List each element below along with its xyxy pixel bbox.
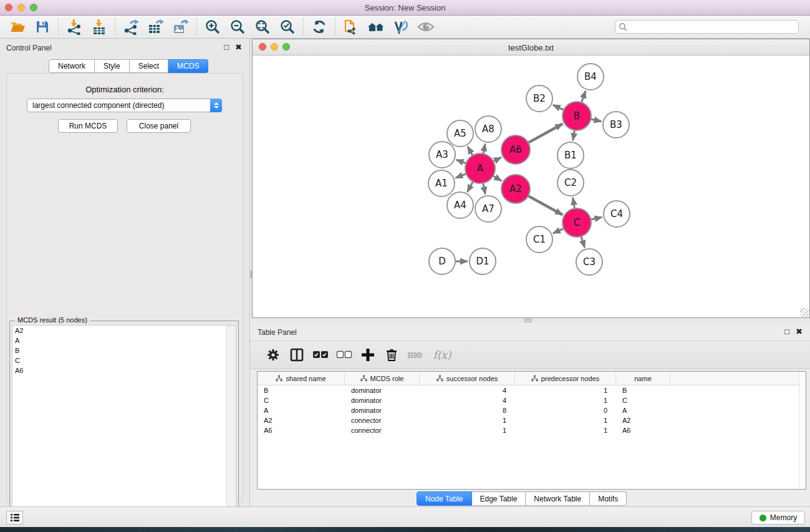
graph-edge-A-A7[interactable] — [483, 183, 486, 195]
table-cell[interactable]: A — [258, 405, 345, 415]
table-row[interactable]: A2connector11A2 — [258, 415, 806, 425]
table-cell[interactable]: dominator — [345, 385, 420, 395]
tab-style[interactable]: Style — [95, 59, 130, 73]
table-cell[interactable]: connector — [345, 415, 420, 425]
table-cell[interactable]: A2 — [258, 415, 345, 425]
table-cell[interactable]: connector — [345, 425, 420, 435]
table-cell[interactable]: 1 — [515, 395, 616, 405]
graph-edge-C-C2[interactable] — [573, 198, 575, 209]
graph-edge-A-A4[interactable] — [467, 181, 473, 192]
graph-edge-A6-B[interactable] — [528, 124, 562, 143]
table-cell[interactable]: 1 — [515, 425, 616, 435]
zoom-fit-icon[interactable] — [250, 17, 275, 37]
table-cell[interactable]: 1 — [515, 385, 616, 395]
graph-edge-A2-C[interactable] — [528, 196, 562, 215]
table-cell[interactable]: 4 — [420, 385, 515, 395]
table-cell[interactable]: B — [258, 385, 345, 395]
criterion-dropdown[interactable]: largest connected component (directed) — [27, 99, 222, 112]
mcds-result-item[interactable]: B — [12, 346, 236, 355]
mcds-result-item[interactable]: A6 — [12, 365, 236, 375]
tab-mcds[interactable]: MCDS — [168, 59, 208, 73]
export-network-icon[interactable] — [118, 17, 143, 37]
table-row[interactable]: Adominator80A — [258, 405, 806, 415]
save-session-icon[interactable] — [30, 17, 55, 37]
table-row[interactable]: Cdominator41C — [258, 395, 806, 405]
table-row[interactable]: Bdominator41B — [258, 385, 806, 395]
table-scrollbar[interactable] — [799, 372, 806, 489]
import-table-icon[interactable] — [87, 17, 112, 37]
graph-edge-B-B3[interactable] — [591, 119, 601, 122]
run-mcds-button[interactable]: Run MCDS — [58, 119, 118, 133]
open-file-icon[interactable] — [5, 17, 30, 37]
graph-edge-A-A3[interactable] — [456, 160, 466, 163]
table-cell[interactable]: A6 — [258, 425, 345, 435]
window-resize-grip[interactable] — [800, 308, 809, 317]
table-cell[interactable]: dominator — [345, 405, 420, 415]
search-input[interactable] — [615, 20, 799, 34]
vizmapper-icon[interactable] — [388, 17, 413, 37]
zoom-selected-icon[interactable] — [275, 17, 300, 37]
graph-edge-A-A6[interactable] — [493, 157, 501, 162]
table-cell[interactable]: B — [616, 385, 670, 395]
tab-select[interactable]: Select — [130, 59, 168, 73]
show-details-eye-icon[interactable] — [413, 17, 438, 37]
export-table-icon[interactable] — [143, 17, 168, 37]
column-header[interactable]: successor nodes — [420, 372, 515, 385]
column-header[interactable]: MCDS role — [345, 372, 420, 385]
delete-columns-trash-icon[interactable] — [380, 344, 403, 365]
graph-edge-A-A8[interactable] — [483, 144, 485, 154]
tab-motifs[interactable]: Motifs — [590, 491, 627, 506]
column-header[interactable]: predecessor nodes — [515, 372, 616, 385]
table-cell[interactable]: 1 — [515, 415, 616, 425]
zoom-in-icon[interactable] — [200, 17, 225, 37]
table-options-gear-icon[interactable] — [261, 344, 285, 365]
tab-edge-table[interactable]: Edge Table — [472, 491, 526, 506]
clone-network-icon[interactable] — [339, 17, 364, 37]
mcds-result-item[interactable]: A2 — [12, 326, 236, 336]
graph-edge-B-B4[interactable] — [582, 91, 586, 103]
tab-node-table[interactable]: Node Table — [417, 491, 472, 506]
select-all-columns-icon[interactable] — [309, 344, 332, 365]
table-cell[interactable]: A — [616, 405, 670, 415]
memory-button[interactable]: Memory — [751, 511, 805, 525]
split-panel-icon[interactable] — [285, 344, 309, 365]
close-table-panel-icon[interactable]: ✖ — [796, 327, 803, 336]
column-header[interactable]: shared name — [258, 372, 345, 385]
zoom-out-icon[interactable] — [225, 17, 250, 37]
graph-edge-B-B2[interactable] — [553, 105, 564, 110]
tab-network[interactable]: Network — [49, 59, 95, 73]
graph-edge-A-A1[interactable] — [455, 174, 466, 178]
close-panel-icon[interactable]: ✖ — [235, 42, 242, 52]
graph-edge-C-C3[interactable] — [581, 236, 585, 248]
import-network-icon[interactable] — [62, 17, 87, 37]
horizontal-splitter-grip[interactable] — [524, 319, 532, 322]
home-panels-icon[interactable] — [364, 17, 388, 37]
table-cell[interactable]: C — [258, 395, 345, 405]
graph-edge-B-B1[interactable] — [573, 130, 575, 141]
add-column-plus-icon[interactable] — [356, 344, 380, 365]
table-cell[interactable]: A6 — [616, 425, 670, 435]
network-canvas[interactable]: B4B2BB3A8A5A6A3B1AC2A1A2A4A7C4CC1C3DD1 — [253, 56, 809, 317]
graph-edge-A-A2[interactable] — [493, 176, 502, 181]
mcds-result-item[interactable]: A — [12, 336, 236, 346]
tab-network-table[interactable]: Network Table — [526, 491, 590, 506]
table-cell[interactable]: 0 — [515, 405, 616, 415]
table-cell[interactable]: C — [616, 395, 670, 405]
table-cell[interactable]: 8 — [420, 405, 515, 415]
graph-edge-C-C1[interactable] — [553, 228, 564, 233]
graph-edge-C-C4[interactable] — [591, 217, 602, 220]
table-cell[interactable]: 1 — [420, 425, 515, 435]
deselect-all-columns-icon[interactable] — [332, 344, 356, 365]
task-history-button[interactable] — [6, 511, 23, 525]
table-cell[interactable]: A2 — [616, 415, 670, 425]
table-cell[interactable]: 1 — [420, 415, 515, 425]
table-row[interactable]: A6connector11A6 — [258, 425, 806, 435]
export-image-icon[interactable] — [168, 17, 193, 37]
column-header[interactable]: name — [616, 372, 670, 385]
close-panel-button[interactable]: Close panel — [127, 119, 191, 133]
float-table-panel-icon[interactable]: □ — [784, 327, 789, 336]
table-cell[interactable]: 4 — [420, 395, 515, 405]
mcds-result-item[interactable]: C — [12, 355, 236, 365]
refresh-icon[interactable] — [307, 17, 332, 37]
table-cell[interactable]: dominator — [345, 395, 420, 405]
